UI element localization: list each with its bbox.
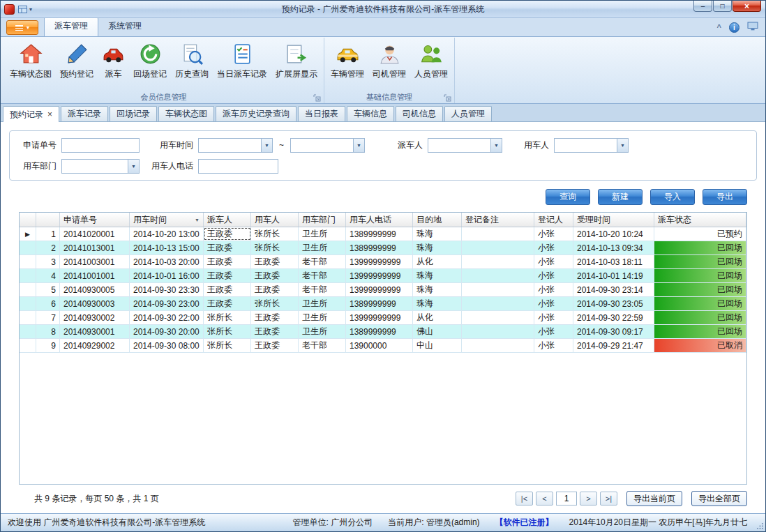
car-user-combo[interactable]: ▼ bbox=[554, 138, 629, 153]
page-number-input[interactable] bbox=[556, 492, 577, 506]
table-row[interactable]: 3201410030012014-10-03 20:00王政委王政委老干部139… bbox=[20, 255, 746, 269]
cell-status[interactable]: 已预约 bbox=[654, 227, 746, 241]
cell-dispatcher[interactable]: 王政委 bbox=[204, 255, 251, 268]
cell-destination[interactable]: 珠海 bbox=[413, 241, 462, 254]
cell-apply-no[interactable]: 20141001001 bbox=[60, 269, 130, 282]
cell-phone[interactable]: 13999999999 bbox=[346, 283, 413, 296]
cell-accept-time[interactable]: 2014-09-29 21:47 bbox=[573, 339, 654, 352]
reservation-button[interactable]: 预约登记 bbox=[56, 40, 98, 82]
resize-grip[interactable] bbox=[756, 522, 764, 530]
cell-apply-no[interactable]: 20141013001 bbox=[60, 241, 130, 254]
chevron-down-icon[interactable]: ▼ bbox=[490, 139, 502, 152]
cell-dispatcher[interactable]: 王政委 bbox=[204, 283, 251, 296]
cell-registrar[interactable]: 小张 bbox=[534, 227, 573, 241]
cell-remark[interactable] bbox=[462, 297, 534, 310]
staff-manage-button[interactable]: 人员管理 bbox=[410, 40, 452, 82]
cell-remark[interactable] bbox=[462, 241, 534, 254]
cell-registrar[interactable]: 小张 bbox=[534, 311, 573, 324]
cell-apply-no[interactable]: 20141003001 bbox=[60, 255, 130, 268]
export-all-pages-button[interactable]: 导出全部页 bbox=[691, 491, 747, 506]
cell-department[interactable]: 卫生所 bbox=[299, 325, 346, 338]
cell-remark[interactable] bbox=[462, 227, 534, 241]
table-row[interactable]: 5201409300052014-09-30 23:30王政委王政委老干部139… bbox=[20, 283, 746, 297]
cell-destination[interactable]: 中山 bbox=[413, 339, 462, 352]
license-status-link[interactable]: 【软件已注册】 bbox=[495, 517, 554, 529]
tab-reservation-records[interactable]: 预约记录× bbox=[3, 106, 59, 122]
cell-dispatcher[interactable]: 张所长 bbox=[204, 311, 251, 324]
history-query-button[interactable]: 历史查询 bbox=[171, 40, 213, 82]
cell-department[interactable]: 卫生所 bbox=[299, 241, 346, 254]
column-header-dispatcher[interactable]: 派车人 bbox=[204, 213, 251, 227]
cell-destination[interactable]: 从化 bbox=[413, 311, 462, 324]
quick-access-grid-icon[interactable] bbox=[18, 6, 27, 13]
cell-car-user[interactable]: 张所长 bbox=[251, 241, 299, 254]
cell-dispatcher[interactable]: 张所长 bbox=[204, 325, 251, 338]
minimize-button[interactable]: – bbox=[693, 1, 712, 12]
cell-accept-time[interactable]: 2014-09-30 22:59 bbox=[573, 311, 654, 324]
cell-car-user[interactable]: 王政委 bbox=[251, 311, 299, 324]
tab-dispatch-records[interactable]: 派车记录 bbox=[61, 106, 108, 121]
cell-use-time[interactable]: 2014-09-30 20:00 bbox=[130, 325, 204, 338]
use-time-from-combo[interactable]: ▼ bbox=[198, 138, 273, 153]
table-row[interactable]: 8201409300012014-09-30 20:00张所长王政委卫生所138… bbox=[20, 325, 746, 339]
cell-apply-no[interactable]: 20141020001 bbox=[60, 227, 130, 241]
cell-dispatcher[interactable]: 王政委 bbox=[204, 269, 251, 282]
cell-phone[interactable]: 13999999999 bbox=[346, 269, 413, 282]
cell-accept-time[interactable]: 2014-10-20 10:24 bbox=[573, 227, 654, 241]
cell-phone[interactable]: 13999999999 bbox=[346, 311, 413, 324]
column-header-remark[interactable]: 登记备注 bbox=[462, 213, 534, 227]
cell-registrar[interactable]: 小张 bbox=[534, 325, 573, 338]
cell-status[interactable]: 已回场 bbox=[654, 325, 746, 338]
cell-use-time[interactable]: 2014-09-30 23:30 bbox=[130, 283, 204, 296]
query-button[interactable]: 查询 bbox=[546, 189, 590, 205]
cell-car-user[interactable]: 王政委 bbox=[251, 269, 299, 282]
department-combo[interactable]: ▼ bbox=[61, 159, 140, 174]
cell-registrar[interactable]: 小张 bbox=[534, 269, 573, 282]
cell-use-time[interactable]: 2014-10-13 15:00 bbox=[130, 241, 204, 254]
cell-status[interactable]: 已回场 bbox=[654, 297, 746, 310]
cell-car-user[interactable]: 张所长 bbox=[251, 297, 299, 310]
tab-vehicle-info[interactable]: 车辆信息 bbox=[347, 106, 394, 121]
tab-return-records[interactable]: 回场记录 bbox=[110, 106, 157, 121]
display-switch-icon[interactable] bbox=[747, 22, 758, 33]
cell-remark[interactable] bbox=[462, 311, 534, 324]
cell-phone[interactable]: 13999999999 bbox=[346, 255, 413, 268]
cell-accept-time[interactable]: 2014-09-30 23:05 bbox=[573, 297, 654, 310]
cell-apply-no[interactable]: 20140929002 bbox=[60, 339, 130, 352]
cell-phone[interactable]: 13900000 bbox=[346, 339, 413, 352]
cell-apply-no[interactable]: 20140930002 bbox=[60, 311, 130, 324]
cell-use-time[interactable]: 2014-09-30 22:00 bbox=[130, 311, 204, 324]
apply-no-input[interactable] bbox=[61, 138, 140, 153]
info-icon[interactable]: i bbox=[729, 22, 739, 33]
cell-accept-time[interactable]: 2014-10-03 18:11 bbox=[573, 255, 654, 268]
driver-manage-button[interactable]: 司机管理 bbox=[368, 40, 410, 82]
next-page-button[interactable]: > bbox=[580, 492, 597, 506]
vehicle-manage-button[interactable]: 车辆管理 bbox=[326, 40, 368, 82]
last-page-button[interactable]: >| bbox=[600, 492, 617, 506]
cell-accept-time[interactable]: 2014-09-30 09:17 bbox=[573, 325, 654, 338]
cell-department[interactable]: 卫生所 bbox=[299, 297, 346, 310]
table-row[interactable]: 6201409300032014-09-30 23:00王政委张所长卫生所138… bbox=[20, 297, 746, 311]
cell-car-user[interactable]: 王政委 bbox=[251, 339, 299, 352]
cell-apply-no[interactable]: 20140930005 bbox=[60, 283, 130, 296]
tab-vehicle-status-chart[interactable]: 车辆状态图 bbox=[158, 106, 214, 121]
application-menu-button[interactable]: ▾ bbox=[6, 20, 38, 35]
cell-car-user[interactable]: 张所长 bbox=[251, 227, 299, 241]
cell-car-user[interactable]: 王政委 bbox=[251, 283, 299, 296]
dialog-launcher-icon[interactable] bbox=[444, 94, 451, 102]
cell-registrar[interactable]: 小张 bbox=[534, 283, 573, 296]
cell-destination[interactable]: 珠海 bbox=[413, 283, 462, 296]
table-row[interactable]: 7201409300022014-09-30 22:00张所长王政委卫生所139… bbox=[20, 311, 746, 325]
cell-use-time[interactable]: 2014-09-30 08:00 bbox=[130, 339, 204, 352]
cell-car-user[interactable]: 王政委 bbox=[251, 325, 299, 338]
cell-remark[interactable] bbox=[462, 325, 534, 338]
column-header-apply-no[interactable]: 申请单号 bbox=[60, 213, 130, 227]
cell-department[interactable]: 老干部 bbox=[299, 255, 346, 268]
cell-department[interactable]: 老干部 bbox=[299, 269, 346, 282]
return-register-button[interactable]: 回场登记 bbox=[129, 40, 171, 82]
cell-status[interactable]: 已回场 bbox=[654, 283, 746, 296]
cell-phone[interactable]: 1389999999 bbox=[346, 325, 413, 338]
cell-use-time[interactable]: 2014-10-01 16:00 bbox=[130, 269, 204, 282]
cell-department[interactable]: 老干部 bbox=[299, 283, 346, 296]
column-header-department[interactable]: 用车部门 bbox=[299, 213, 346, 227]
